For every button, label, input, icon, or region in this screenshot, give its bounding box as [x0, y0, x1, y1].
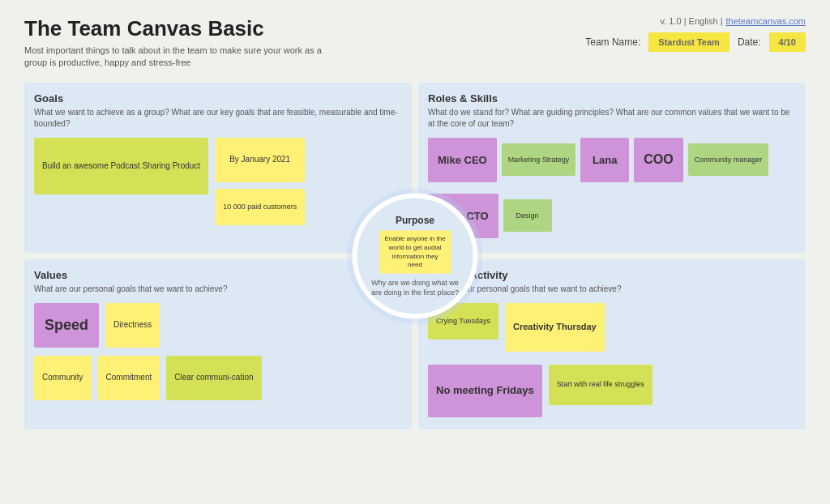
date-label: Date:	[738, 36, 761, 48]
roles-row-2: Ross CTO Design	[428, 194, 552, 238]
version-line: v. 1.0 | English | theteamcanvas.com	[661, 16, 806, 26]
sticky-coo[interactable]: COO	[634, 138, 682, 182]
sticky-crying-tuesdays[interactable]: Crying Tuesdays	[428, 303, 498, 340]
goals-desc: What we want to achieve as a group? What…	[34, 107, 402, 130]
sticky-mike-ceo[interactable]: Mike CEO	[428, 138, 497, 182]
roles-panel: Roles & Skills What do we stand for? Wha…	[418, 83, 806, 253]
page-title: The Team Canvas Basic	[24, 16, 332, 41]
sticky-real-life[interactable]: Start with real life struggles	[549, 365, 652, 405]
rules-desc: What are our personal goals that we want…	[428, 284, 796, 295]
sticky-speed[interactable]: Speed	[34, 303, 99, 348]
date-value[interactable]: 4/10	[769, 32, 806, 52]
goals-title: Goals	[34, 92, 402, 105]
roles-stickies: Mike CEO Marketing Strategy Lana COO Com…	[428, 138, 796, 243]
header: The Team Canvas Basic Most important thi…	[24, 16, 806, 70]
page-wrapper: The Team Canvas Basic Most important thi…	[24, 16, 806, 429]
panels-grid: Goals What we want to achieve as a group…	[24, 83, 806, 429]
rules-title: Rules & Activity	[428, 269, 796, 281]
goals-stickies: Build an awesome Podcast Sharing Product…	[34, 138, 402, 225]
sticky-lana[interactable]: Lana	[580, 138, 629, 182]
sticky-directness[interactable]: Directness	[105, 303, 160, 348]
sticky-no-meeting-fridays[interactable]: No meeting Fridays	[428, 365, 542, 417]
sticky-community-manager[interactable]: Community manager	[688, 143, 769, 176]
sticky-customers[interactable]: 10 000 paid customers	[215, 189, 305, 225]
header-left: The Team Canvas Basic Most important thi…	[24, 16, 332, 70]
team-name-value[interactable]: Stardust Team	[648, 32, 729, 52]
sticky-design[interactable]: Design	[503, 199, 552, 232]
goals-panel: Goals What we want to achieve as a group…	[24, 83, 412, 253]
team-date-row: Team Name: Stardust Team Date: 4/10	[585, 32, 806, 52]
sticky-communication[interactable]: Clear communi-cation	[166, 356, 261, 400]
team-name-label: Team Name:	[585, 36, 640, 48]
roles-row-1: Mike CEO Marketing Strategy Lana COO Com…	[428, 138, 768, 182]
roles-desc: What do we stand for? What are guiding p…	[428, 107, 796, 130]
sticky-january[interactable]: By January 2021	[215, 138, 305, 182]
roles-title: Roles & Skills	[428, 92, 796, 105]
values-stickies: Speed Directness Community Commitment Cl…	[34, 303, 402, 400]
header-right: v. 1.0 | English | theteamcanvas.com Tea…	[585, 16, 806, 52]
sticky-build-podcast[interactable]: Build an awesome Podcast Sharing Product	[34, 138, 208, 194]
website-link[interactable]: theteamcanvas.com	[726, 16, 806, 26]
sticky-ross-cto[interactable]: Ross CTO	[428, 194, 498, 238]
sticky-creativity-thursday[interactable]: Creativity Thursday	[505, 303, 605, 352]
version-text: v. 1.0 | English |	[661, 16, 723, 26]
sticky-marketing-strategy[interactable]: Marketing Strategy	[502, 143, 576, 176]
values-panel: Values What are our personal goals that …	[24, 259, 412, 429]
values-desc: What are our personal goals that we want…	[34, 284, 402, 295]
page-subtitle: Most important things to talk about in t…	[24, 45, 332, 70]
rules-panel: Rules & Activity What are our personal g…	[418, 259, 806, 429]
sticky-community[interactable]: Community	[34, 356, 92, 400]
rules-stickies: Crying Tuesdays Creativity Thursday No m…	[428, 303, 796, 417]
values-title: Values	[34, 269, 402, 281]
sticky-commitment[interactable]: Commitment	[98, 356, 160, 400]
canvas-wrapper: Goals What we want to achieve as a group…	[24, 83, 806, 429]
